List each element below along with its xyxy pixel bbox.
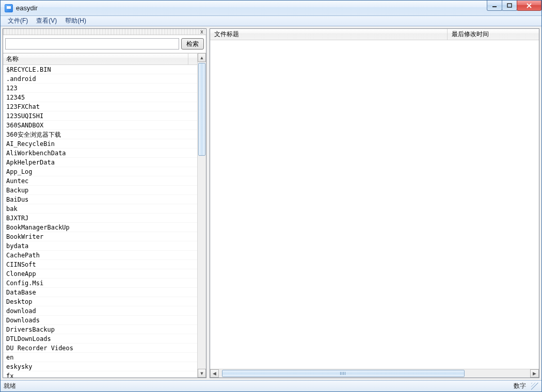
menu-bar: 文件(F) 查看(V) 帮助(H) xyxy=(1,16,541,26)
list-item[interactable]: bak xyxy=(3,204,197,214)
list-item[interactable]: AliWorkbenchData xyxy=(3,149,197,158)
list-item[interactable]: download xyxy=(3,306,197,316)
list-header[interactable]: 名称 xyxy=(3,54,197,65)
list-item[interactable]: 360SANDBOX xyxy=(3,121,197,130)
list-item[interactable]: DTLDownLoads xyxy=(3,334,197,344)
list-item[interactable]: 12345 xyxy=(3,93,197,102)
maximize-button[interactable] xyxy=(502,1,517,11)
menu-help[interactable]: 帮助(H) xyxy=(61,17,90,25)
list-item[interactable]: CloneApp xyxy=(3,269,197,279)
list-item[interactable]: en xyxy=(3,353,197,362)
window-title: easydir xyxy=(16,4,38,12)
list-item[interactable]: BJXTRJ xyxy=(3,214,197,223)
horizontal-scrollbar[interactable]: ◀ ▶ xyxy=(210,369,539,378)
left-panel: x 检索 名称 $RECYCLE.BIN.android12312345123F… xyxy=(3,28,206,378)
list-item[interactable]: ApkHelperData xyxy=(3,158,197,167)
column-file-title[interactable]: 文件标题 xyxy=(210,29,448,40)
list-item[interactable]: AI_RecycleBin xyxy=(3,139,197,149)
window-buttons xyxy=(487,1,541,11)
list-item[interactable]: 123FXChat xyxy=(3,102,197,111)
list-item[interactable]: .android xyxy=(3,74,197,84)
list-item[interactable]: 123 xyxy=(3,84,197,93)
client-area: x 检索 名称 $RECYCLE.BIN.android12312345123F… xyxy=(1,26,541,380)
list-item[interactable]: 360安全浏览器下载 xyxy=(3,130,197,139)
title-bar[interactable]: easydir xyxy=(1,1,541,16)
list-item[interactable]: bydata xyxy=(3,241,197,251)
vertical-scrollbar[interactable]: ▲ ▼ xyxy=(197,53,206,378)
list-item[interactable]: fx xyxy=(3,371,197,378)
column-modified[interactable]: 最后修改时间 xyxy=(448,30,539,39)
minimize-button[interactable] xyxy=(487,1,502,11)
list-item[interactable]: $RECYCLE.BIN xyxy=(3,65,197,74)
panel-close-icon[interactable]: x xyxy=(199,28,205,35)
app-icon xyxy=(5,4,13,12)
list-item[interactable]: Config.Msi xyxy=(3,279,197,288)
search-row: 检索 xyxy=(3,35,206,53)
list-item[interactable]: CIINSoft xyxy=(3,260,197,269)
list-item[interactable]: DriversBackup xyxy=(3,325,197,334)
list-item[interactable]: 123SUQISHI xyxy=(3,111,197,121)
panel-grip-bar[interactable]: x xyxy=(3,29,206,35)
list-item[interactable]: Desktop xyxy=(3,297,197,306)
folder-list: 名称 $RECYCLE.BIN.android12312345123FXChat… xyxy=(3,53,206,378)
hscroll-thumb[interactable] xyxy=(222,370,465,377)
menu-file[interactable]: 文件(F) xyxy=(4,17,32,25)
status-bar: 就绪 数字 xyxy=(1,380,541,391)
list-item[interactable]: Auntec xyxy=(3,176,197,186)
list-item[interactable]: BookWriter xyxy=(3,232,197,241)
list-item[interactable]: eskysky xyxy=(3,362,197,371)
scroll-track[interactable] xyxy=(198,62,206,369)
scroll-left-icon[interactable]: ◀ xyxy=(210,369,219,378)
scroll-thumb[interactable] xyxy=(198,63,205,156)
svg-rect-1 xyxy=(507,4,512,7)
file-list-body xyxy=(210,40,539,369)
list-item[interactable]: BaiDus xyxy=(3,195,197,204)
scroll-down-icon[interactable]: ▼ xyxy=(198,369,206,378)
app-window: easydir 文件(F) 查看(V) 帮助(H) x 检索 xyxy=(0,0,542,392)
list-item[interactable]: App_Log xyxy=(3,167,197,176)
resize-grip-icon[interactable] xyxy=(531,383,538,390)
list-item[interactable]: DataBase xyxy=(3,288,197,297)
right-panel: 文件标题 最后修改时间 ◀ ▶ xyxy=(210,28,539,378)
list-item[interactable]: BookManagerBackUp xyxy=(3,223,197,232)
search-button[interactable]: 检索 xyxy=(181,38,204,50)
svg-rect-0 xyxy=(492,6,497,7)
status-ready: 就绪 xyxy=(4,382,16,390)
search-input[interactable] xyxy=(5,38,179,50)
hscroll-track[interactable] xyxy=(219,369,530,378)
list-item[interactable]: Downloads xyxy=(3,316,197,325)
column-spacer xyxy=(188,54,197,64)
menu-view[interactable]: 查看(V) xyxy=(32,17,61,25)
status-num: 数字 xyxy=(514,382,526,390)
close-button[interactable] xyxy=(517,1,541,11)
column-name[interactable]: 名称 xyxy=(6,55,188,63)
file-list-header[interactable]: 文件标题 最后修改时间 xyxy=(210,29,539,40)
list-item[interactable]: Backup xyxy=(3,186,197,195)
scroll-right-icon[interactable]: ▶ xyxy=(530,369,539,378)
list-item[interactable]: CachePath xyxy=(3,251,197,260)
list-item[interactable]: DU Recorder Videos xyxy=(3,344,197,353)
scroll-up-icon[interactable]: ▲ xyxy=(198,53,206,62)
